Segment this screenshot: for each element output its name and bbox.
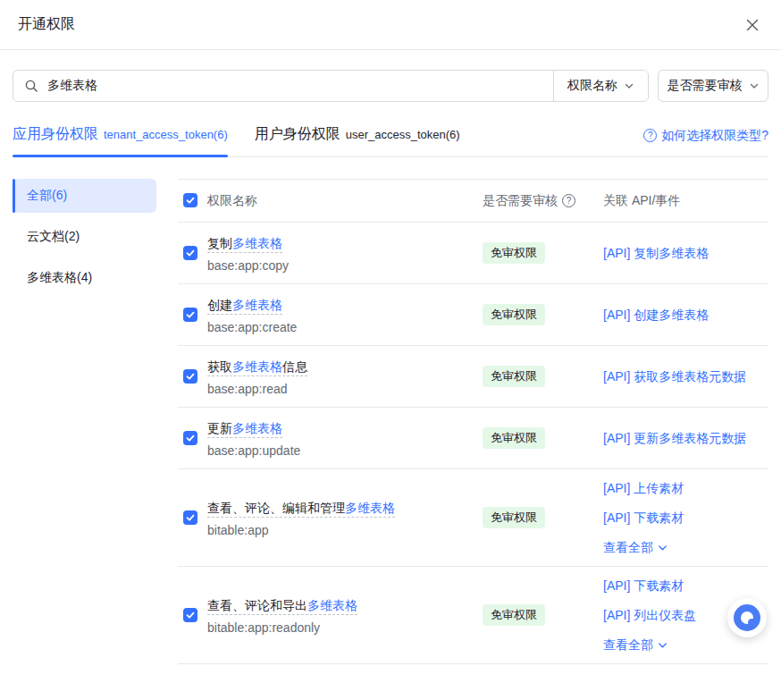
service-widget-button[interactable] — [727, 598, 767, 637]
row-checkbox[interactable] — [183, 431, 197, 445]
name-filter-label: 权限名称 — [567, 78, 617, 94]
row-checkbox[interactable] — [183, 369, 197, 384]
view-all-link[interactable]: 查看全部 — [603, 539, 668, 555]
api-link[interactable]: [API] 下载素材 — [603, 578, 684, 594]
row-checkbox[interactable] — [183, 308, 197, 322]
sidebar-item-label: 多维表格(4) — [27, 270, 92, 286]
sidebar-item-label: 云文档(2) — [27, 229, 80, 245]
name-suffix: 信息 — [282, 359, 307, 374]
table-row: 更新多维表格 base:app:update 免审权限 [API] 更新多维表格… — [178, 408, 768, 469]
service-bubble-icon — [734, 604, 760, 631]
name-highlight: 多维表格 — [232, 359, 282, 374]
permission-name: 获取多维表格信息 — [207, 358, 483, 375]
api-link[interactable]: [API] 创建多维表格 — [603, 307, 709, 323]
check-icon — [185, 371, 196, 382]
name-prefix: 创建 — [207, 298, 232, 312]
tab-tenant-access[interactable]: 应用身份权限 tenant_access_token(6) — [13, 125, 228, 156]
name-highlight: 多维表格 — [232, 298, 282, 312]
check-icon — [185, 610, 196, 620]
check-icon — [185, 309, 196, 320]
check-icon — [185, 195, 196, 206]
name-highlight: 多维表格 — [232, 236, 282, 250]
audit-badge: 免审权限 — [483, 366, 545, 387]
sidebar-item-bitable[interactable]: 多维表格(4) — [13, 261, 156, 295]
view-all-link[interactable]: 查看全部 — [603, 637, 668, 653]
audit-help-icon[interactable]: ? — [562, 194, 575, 207]
permission-name: 更新多维表格 — [207, 419, 483, 437]
search-input[interactable] — [38, 71, 553, 101]
question-circle-icon: ? — [643, 129, 657, 142]
view-all-label: 查看全部 — [603, 539, 653, 555]
audit-filter-dropdown[interactable]: 是否需要审核 — [658, 70, 768, 102]
name-highlight: 多维表格 — [345, 501, 395, 515]
api-link[interactable]: [API] 获取多维表格元数据 — [603, 368, 746, 384]
row-checkbox[interactable] — [183, 510, 197, 525]
api-link[interactable]: [API] 上传素材 — [603, 480, 684, 496]
audit-badge: 免审权限 — [483, 604, 545, 626]
header-audit: 是否需要审核 — [483, 193, 558, 209]
dialog-body: 全部(6) 云文档(2) 多维表格(4) 权限名称 是否需要审核 — [0, 157, 781, 664]
api-link[interactable]: [API] 更新多维表格元数据 — [603, 430, 746, 446]
dialog-title: 开通权限 — [18, 15, 75, 34]
chevron-down-icon — [657, 639, 668, 651]
category-sidebar: 全部(6) 云文档(2) 多维表格(4) — [13, 179, 156, 302]
sidebar-item-cloud-docs[interactable]: 云文档(2) — [13, 220, 156, 254]
permission-name: 查看、评论、编辑和管理多维表格 — [207, 499, 483, 517]
chevron-down-icon — [749, 80, 760, 91]
audit-badge: 免审权限 — [483, 304, 545, 325]
view-all-label: 查看全部 — [603, 637, 653, 653]
tab-bar: 应用身份权限 tenant_access_token(6) 用户身份权限 use… — [13, 125, 768, 157]
dialog-header: 开通权限 — [0, 0, 781, 50]
permission-name: 查看、评论和导出多维表格 — [207, 596, 483, 614]
audit-badge: 免审权限 — [483, 242, 545, 264]
tab-token-count: user_access_token(6) — [346, 128, 460, 141]
row-checkbox[interactable] — [183, 246, 197, 260]
permission-code: base:app:read — [207, 382, 483, 396]
permission-code: base:app:copy — [207, 258, 483, 273]
permissions-table: 权限名称 是否需要审核 ? 关联 API/事件 复制多维表格 base:app:… — [178, 179, 768, 664]
permission-code: base:app:update — [207, 443, 483, 458]
name-highlight: 多维表格 — [307, 598, 357, 612]
permission-type-help-link[interactable]: ? 如何选择权限类型? — [643, 128, 768, 155]
name-prefix: 更新 — [207, 421, 232, 435]
audit-badge: 免审权限 — [483, 427, 545, 449]
toolbar: 权限名称 是否需要审核 — [13, 70, 768, 102]
permission-name: 创建多维表格 — [207, 296, 483, 314]
table-row: 查看、评论、编辑和管理多维表格 bitable:app 免审权限 [API] 上… — [178, 469, 768, 567]
permission-code: bitable:app — [207, 523, 483, 537]
table-row: 复制多维表格 base:app:copy 免审权限 [API] 复制多维表格 — [178, 223, 768, 284]
header-permission-name: 权限名称 — [207, 193, 257, 209]
tab-label: 应用身份权限 — [13, 125, 98, 144]
permission-code: base:app:create — [207, 320, 483, 334]
table-row: 查看、评论和导出多维表格 bitable:app:readonly 免审权限 [… — [178, 567, 768, 664]
sidebar-item-all[interactable]: 全部(6) — [13, 179, 156, 213]
name-prefix: 获取 — [207, 359, 232, 374]
name-prefix: 查看、评论、编辑和管理 — [207, 501, 345, 515]
table-row: 创建多维表格 base:app:create 免审权限 [API] 创建多维表格 — [178, 284, 768, 346]
name-prefix: 查看、评论和导出 — [207, 598, 307, 612]
check-icon — [185, 512, 196, 523]
help-link-label: 如何选择权限类型? — [661, 128, 768, 144]
name-highlight: 多维表格 — [232, 421, 282, 435]
table-header-row: 权限名称 是否需要审核 ? 关联 API/事件 — [178, 180, 768, 223]
select-all-checkbox[interactable] — [183, 193, 197, 207]
close-icon — [745, 18, 760, 32]
search-icon — [24, 79, 38, 93]
sidebar-item-label: 全部(6) — [27, 188, 67, 204]
permission-code: bitable:app:readonly — [207, 620, 483, 635]
table-row: 获取多维表格信息 base:app:read 免审权限 [API] 获取多维表格… — [178, 346, 768, 408]
check-icon — [185, 433, 196, 443]
api-link[interactable]: [API] 列出仪表盘 — [603, 607, 696, 623]
permission-name: 复制多维表格 — [207, 234, 483, 252]
api-link[interactable]: [API] 下载素材 — [603, 510, 684, 526]
name-filter-dropdown[interactable]: 权限名称 — [553, 71, 648, 101]
check-icon — [185, 248, 196, 258]
tab-token-count: tenant_access_token(6) — [104, 128, 228, 141]
tab-user-access[interactable]: 用户身份权限 user_access_token(6) — [255, 125, 460, 156]
close-button[interactable] — [742, 14, 763, 36]
row-checkbox[interactable] — [183, 608, 197, 622]
api-link[interactable]: [API] 复制多维表格 — [603, 245, 709, 261]
audit-filter-label: 是否需要审核 — [668, 78, 743, 94]
chevron-down-icon — [657, 542, 668, 553]
audit-badge: 免审权限 — [483, 507, 545, 528]
